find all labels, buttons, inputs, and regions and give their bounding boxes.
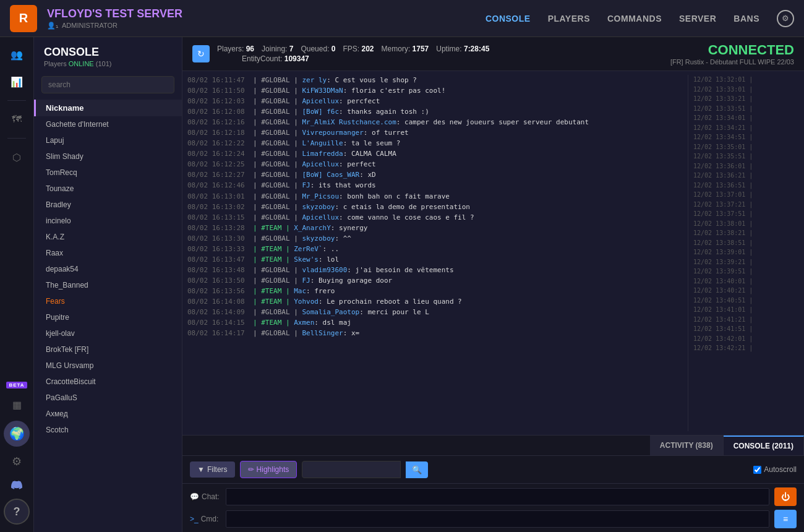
beta-badge: BETA (6, 382, 27, 388)
bottom-inputs: 💬 Chat: ⏻ >_ Cmd: ≡ (182, 483, 804, 532)
list-item[interactable]: Slim Shady (34, 148, 182, 165)
log-line: 08/02 16:12:16 | #GLOBAL | Mr_AlmiX Rust… (187, 117, 688, 127)
log-line: 08/02 16:12:08 | #GLOBAL | [BoW] f6c: th… (187, 106, 688, 117)
nav-console[interactable]: CONSOLE (485, 14, 531, 24)
player-list-header[interactable]: Nickname (34, 100, 182, 116)
log-line: 08/02 16:13:30 | #GLOBAL | skyzoboy: ^^ (187, 233, 688, 244)
sidebar-divider-2 (7, 138, 26, 139)
log-line: 08/02 16:12:27 | #GLOBAL | [BoW] Caos_WA… (187, 169, 688, 180)
gear-icon[interactable]: ⚙ (7, 452, 27, 471)
search-box (41, 76, 174, 93)
stats-bar: ↻ Players: 96 Joining: 7 Queued: 0 FPS: … (182, 37, 804, 71)
discord-icon[interactable] (8, 476, 25, 494)
log-line: 08/02 16:13:33 | #TEAM | ZerReV`: .. (187, 244, 688, 254)
nav-server[interactable]: SERVER (679, 14, 716, 24)
list-item[interactable]: CracotteBiscuit (34, 374, 182, 390)
list-item[interactable]: The_Banned (34, 277, 182, 293)
globe-icon[interactable]: 🌍 (4, 421, 30, 447)
autoscroll-text: Autoscroll (764, 465, 797, 474)
filters-button[interactable]: ▼ Filters (190, 461, 235, 478)
list-item[interactable]: Bradley (34, 197, 182, 213)
list-item[interactable]: Raax (34, 245, 182, 261)
log-line: 08/02 16:13:56 | #TEAM | Mac: frero (187, 286, 688, 296)
connected-block: CONNECTED [FR] Rustix - Débutant FULL WI… (670, 42, 794, 66)
right-timestamp: 12/02 13:33:21 | (693, 94, 799, 104)
console-search-input[interactable] (302, 461, 401, 478)
refresh-button[interactable]: ↻ (192, 45, 210, 62)
list-item[interactable]: K.A.Z (34, 229, 182, 245)
send-button[interactable]: ⏻ (774, 487, 797, 506)
sidebar-icon-chart[interactable]: 📊 (6, 71, 28, 93)
list-item[interactable]: MLG Ursvamp (34, 358, 182, 374)
cmd-prefix-icon: >_ (190, 515, 199, 523)
entity-value: 109347 (284, 54, 309, 63)
list-item[interactable]: PaGalluS (34, 390, 182, 406)
right-timestamp: 12/02 13:35:01 | (693, 142, 799, 152)
log-line: 08/02 16:12:18 | #GLOBAL | Vivrepourmang… (187, 127, 688, 138)
chat-input[interactable] (226, 488, 769, 505)
right-timestamp: 12/02 13:34:21 | (693, 123, 799, 133)
right-timestamp: 12/02 13:42:21 | (693, 343, 799, 353)
chat-label: 💬 Chat: (190, 492, 221, 501)
list-item[interactable]: TomRecq (34, 165, 182, 181)
chat-row: 💬 Chat: ⏻ (190, 487, 797, 506)
log-line: 08/02 16:13:15 | #GLOBAL | Apicellux: co… (187, 212, 688, 223)
sidebar-icon-nodes[interactable]: ⬡ (6, 146, 28, 168)
log-line: 08/02 16:14:15 | #TEAM | Axmen: dsl maj (187, 317, 688, 328)
highlights-icon: ✏ (248, 465, 254, 474)
list-item[interactable]: Pupitre (34, 309, 182, 325)
search-input[interactable] (41, 76, 174, 93)
memory-label: Memory: 1757 (382, 45, 429, 53)
right-timestamp: 12/02 13:32:01 | (693, 75, 799, 85)
connected-status: CONNECTED (670, 42, 794, 58)
server-title: VFLOYD'S TEST SERVER (47, 7, 485, 20)
memory-value: 1757 (413, 45, 429, 53)
cmd-input[interactable] (226, 510, 769, 528)
sidebar-icon-map[interactable]: 🗺 (6, 108, 28, 131)
list-item[interactable]: Tounaze (34, 181, 182, 197)
right-timestamp: 12/02 13:37:51 | (693, 209, 799, 219)
tab-console[interactable]: CONSOLE (2011) (724, 435, 804, 455)
right-timestamp: 12/02 13:39:51 | (693, 267, 799, 277)
log-line: 08/02 16:14:08 | #TEAM | Yohvod: Le proc… (187, 296, 688, 307)
help-icon[interactable]: ? (4, 499, 30, 525)
list-item[interactable]: depaak54 (34, 261, 182, 277)
autoscroll-label[interactable]: Autoscroll (753, 465, 797, 474)
log-right: 12/02 13:32:01 |12/02 13:33:01 |12/02 13… (688, 75, 799, 431)
joining-value: 7 (289, 45, 294, 53)
console-wrapper: ↻ Players: 96 Joining: 7 Queued: 0 FPS: … (182, 37, 804, 532)
cmd-expand-button[interactable]: ≡ (774, 510, 797, 528)
nav-bans[interactable]: BANS (733, 14, 759, 24)
right-timestamp: 12/02 13:33:01 | (693, 85, 799, 95)
console-search-button[interactable]: 🔍 (406, 461, 428, 478)
settings-nav-icon[interactable]: ⚙ (777, 10, 794, 27)
list-item[interactable]: Lapuj (34, 132, 182, 148)
right-timestamp: 12/02 13:41:01 | (693, 305, 799, 315)
connected-sub: [FR] Rustix - Débutant FULL WIPE 22/03 (670, 58, 794, 66)
right-timestamp: 12/02 13:36:01 | (693, 161, 799, 171)
nav-players[interactable]: PLAYERS (548, 14, 590, 24)
list-item-fears[interactable]: Fears (34, 293, 182, 309)
list-item[interactable]: incinelo (34, 213, 182, 229)
list-item[interactable]: kjell-olav (34, 325, 182, 341)
chat-icon: 💬 (190, 492, 199, 501)
filter-icon: ▼ (197, 465, 205, 474)
tab-activity[interactable]: ACTIVITY (838) (650, 435, 724, 455)
right-timestamp: 12/02 13:39:21 | (693, 257, 799, 267)
autoscroll-checkbox[interactable] (753, 466, 761, 474)
list-item[interactable]: Scotch (34, 422, 182, 438)
players-label: Players: 96 (217, 45, 254, 53)
players-panel: CONSOLE Players ONLINE (101) Nickname Ga… (34, 37, 182, 532)
list-item[interactable]: BrokTek [FR] (34, 341, 182, 358)
expand-icon: ≡ (783, 514, 788, 524)
sidebar-icon-users[interactable]: 👥 (6, 43, 28, 66)
queued-value: 0 (331, 45, 336, 53)
online-status: ONLINE (69, 60, 94, 67)
right-timestamp: 12/02 13:41:21 | (693, 315, 799, 325)
sidebar-icons: 👥 📊 🗺 ⬡ BETA ▦ 🌍 ⚙ ? (0, 37, 34, 532)
highlights-button[interactable]: ✏ Highlights (240, 461, 297, 478)
list-item[interactable]: Gachette d'Internet (34, 116, 182, 132)
sidebar-icon-grid[interactable]: ▦ (6, 393, 28, 416)
list-item[interactable]: Ахмед (34, 406, 182, 422)
nav-commands[interactable]: COMMANDS (607, 14, 662, 24)
